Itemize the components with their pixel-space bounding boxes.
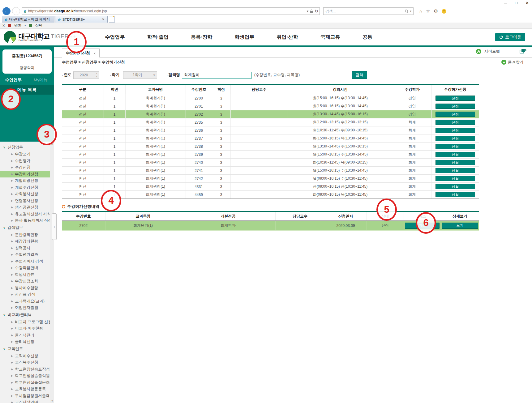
menu-item[interactable]: ▶비교과 이수현황 [0,325,54,332]
menu-item[interactable]: ▶사회봉사신청 [0,191,54,198]
university-logo[interactable] [4,31,16,43]
browser-tab-active[interactable]: e STDTIGERS+ ✕ [55,16,108,23]
apply-button[interactable]: 신청 [435,104,475,109]
favorite-link[interactable]: 즐겨찾기 [501,60,523,65]
menu-item[interactable]: ▶유고결석신청서 서식 [0,211,54,218]
window-maximize-button[interactable]: □ [515,1,517,5]
apply-button[interactable]: 신청 [435,96,475,101]
browser-search-box[interactable]: 검색... ▾ [323,7,414,15]
nav-item-등록·장학[interactable]: 등록·장학 [180,32,223,43]
menu-item[interactable]: ▶수강허가신청 [0,171,54,178]
menu-group[interactable]: ∨교직업무 [0,345,54,353]
table-row[interactable]: 전선1회계원리(1)27363월(10:30~11:45) 수(09:00~10… [62,126,479,134]
nav-item-국제교류[interactable]: 국제교류 [309,32,351,43]
table-row[interactable]: 전선1회계원리(1)27393월(15:00~16:15) 수(13:30~14… [62,151,479,159]
apply-button[interactable]: 신청 [435,192,475,197]
menu-item[interactable]: ▶학교현장실습표작성 [0,366,54,373]
menu-item[interactable]: ▶교과목개요(교과) [0,298,54,305]
menu-item[interactable]: ▶봉사 활동계획서 작성 [0,217,54,224]
menu-item[interactable]: ▶수강포기 [0,151,54,158]
close-all-windows-icon[interactable] [520,49,526,54]
nav-item-학적·졸업[interactable]: 학적·졸업 [136,32,180,43]
menu-item[interactable]: ▶클리닉관리 [0,332,54,339]
menu-group[interactable]: ∨검색업무 [0,224,54,232]
convert-dropdown-icon[interactable]: ▾ [24,24,26,27]
menu-item[interactable]: ▶생리공결신청 [0,204,54,211]
menu-item[interactable]: ▶무시험검정원서출력 [0,393,54,399]
menu-item[interactable]: ▶학교현장실습설문조사 [0,379,54,386]
apply-button[interactable]: 신청 [435,120,475,125]
browser-forward-button[interactable]: → [12,7,20,15]
menu-item[interactable]: ▶교직사정안내 [0,399,54,403]
apply-button[interactable]: 신청 [435,144,475,149]
url-dropdown-icon[interactable]: ▾ [307,9,309,13]
table-row[interactable]: 전선1회계원리(1)27413월(15:00~16:15) 수(13:30~14… [62,167,479,175]
nav-item-학생업무[interactable]: 학생업무 [223,32,265,43]
menu-item[interactable]: ▶수강학점안내 [0,265,54,271]
sitemap-icon[interactable] [476,49,481,54]
menu-item[interactable]: ▶비교과 프로그램 신청 [0,319,54,326]
menu-item[interactable]: ▶시간표 검색 [0,291,54,298]
menu-item[interactable]: ▶클리닉신청 [0,339,54,345]
menu-item[interactable]: ▶교직복수신청 [0,359,54,366]
menu-item[interactable]: ▶폐강강좌현황 [0,238,54,245]
menu-item[interactable]: ▶수업평가 [0,158,54,164]
apply-button[interactable]: 신청 [435,112,475,117]
sidebar-collapse-handle[interactable]: ‹ [52,213,57,240]
browser-tab[interactable]: e 대구대학교 + 메인 페이지 [2,16,54,23]
table-row[interactable]: 전선1회계원리(1)27373화(15:00~16:15) 목(13:30~14… [62,134,479,143]
favorites-star-icon[interactable]: ☆ [426,8,430,14]
nav-item-수업업무[interactable]: 수업업무 [94,32,136,43]
table-row[interactable]: 전선1회계원리(1)27013월(15:00~16:15) 수(13:30~14… [62,102,479,110]
apply-button[interactable]: 신청 [435,184,475,189]
menu-item[interactable]: ▶취업전자출결 [0,305,54,311]
new-tab-button[interactable] [109,16,115,23]
sidebar-tab-mymenu[interactable]: My메뉴 [27,77,54,83]
table-row[interactable]: 전선1회계원리(1)27353월(12:00~13:15) 수(12:00~13… [62,118,479,126]
module-tab-close-icon[interactable]: x [94,51,96,55]
keyword-input[interactable] [182,72,252,79]
scroll-down-icon[interactable]: ∨ [50,399,54,402]
window-minimize-button[interactable]: ─ [504,1,507,5]
menu-item[interactable]: ▶봉사이수열람 [0,285,54,292]
apply-button[interactable]: 신청 [435,168,475,173]
feedback-smiley-icon[interactable]: ☺ [442,9,446,14]
apply-button[interactable]: 신청 [435,152,475,157]
menu-item[interactable]: ▶교직이수신청 [0,353,54,360]
menu-item[interactable]: ▶수강신청 [0,164,54,171]
apply-button[interactable]: 신청 [435,128,475,133]
table-row[interactable]: 전선1회계원리(1)27003월(15:00~16:15) 수(13:30~14… [62,94,479,102]
select-button[interactable]: 선택 [35,23,42,28]
refresh-icon[interactable]: ↻ [315,9,318,14]
browser-back-button[interactable]: ← [2,7,11,15]
sidebar-tab-work[interactable]: 수업업무 [0,77,27,83]
table-row[interactable]: 전선1회계원리(1)27023월(13:30~14:45) 수(15:00~16… [62,110,479,118]
apply-button[interactable]: 신청 [435,136,475,141]
menu-item[interactable]: ▶수강신청조회 [0,278,54,285]
table-row[interactable]: 전선1회계원리(1)27403화(10:30~11:45) 목(09:00~10… [62,159,479,167]
menu-item[interactable]: ▶성적공시 [0,245,54,252]
menu-item[interactable]: ▶수업평가결과 [0,251,54,258]
year-spinner[interactable]: 2020 ▲▼ [73,71,99,79]
sidebar-scrollbar[interactable]: ∧ ∨ [50,142,54,403]
nav-item-취업·산학[interactable]: 취업·산학 [265,32,309,43]
table-row[interactable]: 전선1회계원리(1)44893화(09:00~10:15) 목(10:30~11… [62,191,479,199]
menu-item[interactable]: ▶교육봉사활동등록 [0,386,54,393]
menu-item[interactable]: ▶학교현장실습출석원 [0,373,54,379]
menu-item[interactable]: ▶계절수강신청 [0,184,54,191]
toolbar-close-button[interactable]: X [2,24,5,28]
nav-item-공통[interactable]: 공통 [351,32,384,43]
table-row[interactable]: 전선1회계원리(1)43313금(09:00~10:15) 금(10:30~11… [62,183,479,191]
convert-button[interactable]: 변환 [14,23,21,28]
menu-item[interactable]: ▶학생시간표 [0,271,54,278]
settings-gear-icon[interactable]: ⚙ [434,8,438,14]
menu-item[interactable]: ▶분반강좌현황 [0,232,54,238]
tab-close-icon[interactable]: ✕ [102,18,105,21]
table-row[interactable]: 전선1회계원리(1)27383월(13:30~14:45) 수(15:00~16… [62,143,479,151]
logout-button[interactable]: 로그아웃 [495,33,525,41]
url-field[interactable]: e https://tigersstd.daegu.ac.kr/nxrun/ss… [22,7,320,15]
view-button[interactable]: 보기 [442,223,478,229]
search-button[interactable]: 검색 [352,71,367,79]
table-row[interactable]: 전선1회계원리(1)27423월(09:00~10:15) 수(10:30~11… [62,175,479,183]
menu-item[interactable]: ▶수업계획서 검색 [0,258,54,265]
